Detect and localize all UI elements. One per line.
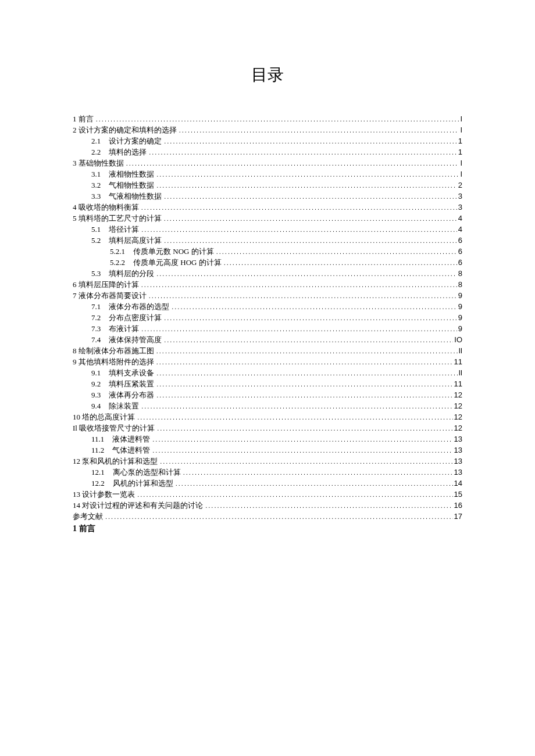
toc-entry-label: 布液计算: [109, 325, 139, 332]
toc-entry-label: 气体进料管: [112, 446, 150, 454]
toc-leader-dots: [124, 160, 459, 167]
toc-entry-number: 3.3: [91, 192, 109, 200]
toc-leader-dots: [169, 304, 457, 310]
toc-entry-number: 7.2: [91, 314, 109, 321]
toc-entry: 8 绘制液体分布器施工图Il: [73, 347, 462, 354]
toc-leader-dots: [154, 182, 457, 189]
toc-leader-dots: [155, 425, 452, 432]
toc-leader-dots: [162, 315, 457, 321]
toc-entry-page: IO: [453, 336, 462, 343]
toc-entry-number: 5.2.1: [110, 248, 133, 255]
toc-entry: 2 设计方案的确定和填料的选择I: [73, 126, 462, 134]
toc-entry: 3.2气相物性数据2: [73, 181, 462, 189]
toc-entry-page: 6: [457, 237, 462, 244]
toc-leader-dots: [150, 436, 452, 443]
toc-entry-number: 12.2: [91, 479, 113, 487]
toc-leader-dots: [150, 447, 452, 454]
toc-entry: 11.2气体进料管13: [73, 446, 462, 454]
toc-entry-page: 8: [457, 270, 462, 277]
toc-leader-dots: [147, 293, 457, 299]
toc-entry-label: 填料层高度计算: [109, 237, 162, 244]
toc-entry: 7 液体分布器简要设计9: [73, 292, 462, 299]
toc-entry: 13 设计参数一览表15: [73, 490, 462, 498]
toc-leader-dots: [135, 414, 452, 421]
toc-entry-label: 风机的计算和选型: [113, 479, 173, 487]
toc-entry-label: 12 泵和风机的计算和选型: [73, 457, 158, 465]
toc-entry: 4 吸收塔的物料衡算3: [73, 203, 462, 211]
toc-entry-page: 4: [457, 225, 462, 233]
toc-entry: 5.2.1传质单元数 NOG 的计算6: [73, 248, 462, 255]
toc-entry-number: 7.4: [91, 336, 109, 343]
toc-entry-number: 5.1: [91, 225, 109, 233]
toc-leader-dots: [162, 138, 457, 145]
toc-entry-number: 9.4: [91, 402, 109, 410]
toc-leader-dots: [214, 249, 457, 255]
toc-entry-page: 6: [457, 248, 462, 255]
toc-leader-dots: [222, 260, 457, 266]
toc-entry: 7.4液体保持管高度IO: [73, 336, 462, 343]
toc-entry-page: 1: [457, 148, 462, 156]
toc-entry-label: 7 液体分布器简要设计: [73, 292, 147, 299]
toc-entry-page: 3: [457, 203, 462, 211]
toc-entry-page: 13: [453, 446, 462, 454]
toc-entry-label: 气液相物性数据: [109, 192, 162, 200]
toc-leader-dots: [154, 359, 453, 366]
toc-leader-dots: [162, 238, 457, 244]
toc-entry: 9.3液体再分布器12: [73, 391, 462, 399]
toc-entry-page: 4: [457, 214, 462, 222]
toc-entry-page: 12: [453, 413, 462, 421]
toc-entry-page: 2: [457, 181, 462, 189]
toc-entry-label: 液体再分布器: [109, 391, 154, 399]
toc-leader-dots: [154, 348, 458, 354]
toc-entry-page: 9: [457, 314, 462, 321]
toc-entry-label: 离心泵的选型和计算: [113, 468, 181, 476]
toc-entry-page: 12: [453, 402, 462, 410]
toc-entry: 12.1离心泵的选型和计算13: [73, 468, 462, 476]
toc-entry-page: 13: [453, 435, 462, 443]
toc-entry-label: 传质单元数 NOG 的计算: [133, 248, 214, 255]
toc-leader-dots: [135, 492, 452, 498]
toc-entry-label: 9 其他填料塔附件的选择: [73, 358, 154, 366]
toc-entry-label: 除沫装置: [109, 402, 139, 410]
toc-entry-label: 8 绘制液体分布器施工图: [73, 347, 154, 354]
toc-entry-label: 液体分布器的选型: [109, 303, 169, 310]
toc-entry: 9.1填料支承设备Il: [73, 369, 462, 377]
toc-entry-number: 7.3: [91, 325, 109, 332]
toc-entry-page: 6: [457, 259, 462, 266]
toc-entry: Il 吸收塔接管尺寸的计算12: [73, 424, 462, 432]
toc-entry: 5.2.2传质单元高度 HOG 的计算6: [73, 259, 462, 266]
toc-leader-dots: [154, 271, 457, 277]
toc-leader-dots: [173, 481, 453, 487]
toc-entry: 1 前言I: [73, 115, 462, 123]
toc-entry: 2.2填料的选择1: [73, 148, 462, 156]
toc-entry-number: 3.1: [91, 170, 109, 178]
toc-leader-dots: [103, 514, 453, 520]
toc-leader-dots: [162, 337, 453, 343]
toc-leader-dots: [154, 381, 452, 388]
toc-leader-dots: [158, 458, 452, 465]
toc-entry-label: 液体保持管高度: [109, 336, 162, 343]
toc-entry-label: 14 对设计过程的评述和有关问题的讨论: [73, 501, 203, 509]
toc-entry-page: I: [459, 115, 462, 123]
toc-entry-label: 参考文献: [73, 513, 103, 520]
toc-entry-number: 9.3: [91, 391, 109, 399]
toc-entry-number: 11.1: [91, 435, 112, 443]
toc-entry-page: Il: [458, 369, 463, 377]
toc-entry: 3.3气液相物性数据3: [73, 192, 462, 200]
toc-entry-label: 4 吸收塔的物料衡算: [73, 203, 139, 211]
toc-entry-page: I: [459, 126, 462, 134]
toc-leader-dots: [139, 326, 457, 332]
toc-entry-number: 11.2: [91, 446, 112, 454]
toc-entry-number: 9.2: [91, 380, 109, 388]
toc-entry-page: 9: [457, 292, 462, 299]
toc-leader-dots: [139, 205, 457, 211]
toc-entry-label: 填料支承设备: [109, 369, 154, 377]
toc-entry-page: 13: [453, 457, 462, 465]
toc-entry: 6 填料层压降的计算8: [73, 281, 462, 288]
toc-entry-label: 液相物性数据: [109, 170, 154, 178]
toc-entry: 3.1液相物性数据I: [73, 170, 462, 178]
toc-entry-page: 11: [453, 380, 462, 388]
toc-entry-page: 9: [457, 303, 462, 310]
toc-entry: 5.2填料层高度计算6: [73, 237, 462, 244]
toc-entry-label: 气相物性数据: [109, 181, 154, 189]
